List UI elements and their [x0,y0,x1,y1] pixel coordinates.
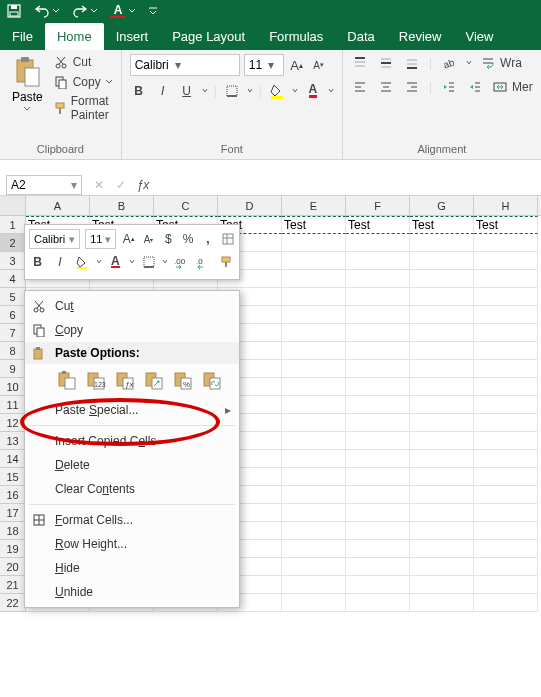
format-painter-button[interactable]: Format Painter [53,94,113,122]
mini-decrease-decimal-icon[interactable]: .0 [195,253,212,271]
cell[interactable] [474,288,538,306]
row-header[interactable]: 11 [0,396,26,414]
ctx-format-cells[interactable]: Format Cells... [25,508,239,532]
mini-increase-decimal-icon[interactable]: .00 [173,253,190,271]
cell[interactable] [346,396,410,414]
redo-icon[interactable] [72,3,88,19]
cell[interactable] [410,468,474,486]
cell[interactable] [282,270,346,288]
cell[interactable] [346,432,410,450]
cell[interactable] [346,414,410,432]
ctx-paste-special[interactable]: Paste Special... ▸ [25,398,239,422]
cell[interactable] [474,486,538,504]
cell[interactable] [474,594,538,612]
cell[interactable] [410,270,474,288]
row-header[interactable]: 9 [0,360,26,378]
tab-formulas[interactable]: Formulas [257,23,335,50]
enter-formula-icon[interactable]: ✓ [110,178,132,192]
mini-border-icon[interactable] [140,253,157,271]
bold-icon[interactable]: B [130,82,148,100]
tab-home[interactable]: Home [45,23,104,50]
cell[interactable] [474,414,538,432]
cell[interactable] [346,450,410,468]
col-header[interactable]: G [410,196,474,215]
cell[interactable] [346,306,410,324]
paste-transpose-icon[interactable] [142,368,166,392]
cell[interactable] [410,252,474,270]
cell[interactable] [410,450,474,468]
cell[interactable] [474,576,538,594]
cell[interactable] [282,234,346,252]
paste-values-icon[interactable]: 123 [84,368,108,392]
row-header[interactable]: 21 [0,576,26,594]
cell[interactable] [346,342,410,360]
cell[interactable] [474,252,538,270]
cell[interactable] [282,450,346,468]
cell[interactable] [346,360,410,378]
align-top-icon[interactable] [351,54,369,72]
cell[interactable] [410,504,474,522]
cell[interactable] [282,378,346,396]
dropdown-icon[interactable] [52,3,60,19]
dropdown-icon[interactable] [90,3,98,19]
cut-button[interactable]: Cut [53,54,113,70]
cell[interactable] [346,468,410,486]
mini-decrease-font-icon[interactable]: A▾ [141,230,156,248]
cell[interactable] [474,558,538,576]
cell[interactable] [346,486,410,504]
cell[interactable] [474,396,538,414]
cell[interactable] [410,540,474,558]
cell[interactable] [282,486,346,504]
cell[interactable] [346,270,410,288]
increase-indent-icon[interactable] [466,78,484,96]
align-left-icon[interactable] [351,78,369,96]
cell[interactable] [282,504,346,522]
cell[interactable]: Test [282,216,346,234]
cell[interactable]: Test [474,216,538,234]
col-header[interactable]: F [346,196,410,215]
cell[interactable] [410,342,474,360]
cell[interactable] [282,558,346,576]
mini-size-combo[interactable]: 11▾ [85,229,116,249]
cell[interactable] [410,558,474,576]
cancel-formula-icon[interactable]: ✕ [88,178,110,192]
row-header[interactable]: 17 [0,504,26,522]
cell[interactable] [346,594,410,612]
row-header[interactable]: 16 [0,486,26,504]
mini-format-icon[interactable] [220,230,235,248]
mini-format-painter-icon[interactable] [218,253,235,271]
cell[interactable] [282,468,346,486]
row-header[interactable]: 6 [0,306,26,324]
ctx-clear-contents[interactable]: Clear Contents [25,477,239,501]
cell[interactable] [346,558,410,576]
cell[interactable] [346,324,410,342]
ctx-copy[interactable]: Copy [25,318,239,342]
row-header[interactable]: 15 [0,468,26,486]
cell[interactable] [474,432,538,450]
cell[interactable] [346,288,410,306]
tab-insert[interactable]: Insert [104,23,161,50]
cell[interactable] [474,342,538,360]
wrap-text-button[interactable]: Wra [480,55,522,71]
mini-increase-font-icon[interactable]: A▴ [121,230,136,248]
cell[interactable] [410,234,474,252]
dropdown-icon[interactable] [128,3,136,19]
row-header[interactable]: 5 [0,288,26,306]
cell[interactable] [282,414,346,432]
paste-formulas-icon[interactable]: ƒx [113,368,137,392]
font-name-combo[interactable]: Calibri ▾ [130,54,240,76]
cell[interactable] [474,234,538,252]
cell[interactable] [282,360,346,378]
row-header[interactable]: 2 [0,234,26,252]
row-header[interactable]: 1 [0,216,26,234]
cell[interactable] [282,396,346,414]
cell[interactable] [474,360,538,378]
row-header[interactable]: 12 [0,414,26,432]
mini-italic-icon[interactable]: I [51,253,68,271]
undo-icon[interactable] [34,3,50,19]
paste-button[interactable]: Paste [8,54,47,122]
cell[interactable] [474,324,538,342]
cell[interactable]: Test [346,216,410,234]
cell[interactable] [346,378,410,396]
cell[interactable] [282,540,346,558]
